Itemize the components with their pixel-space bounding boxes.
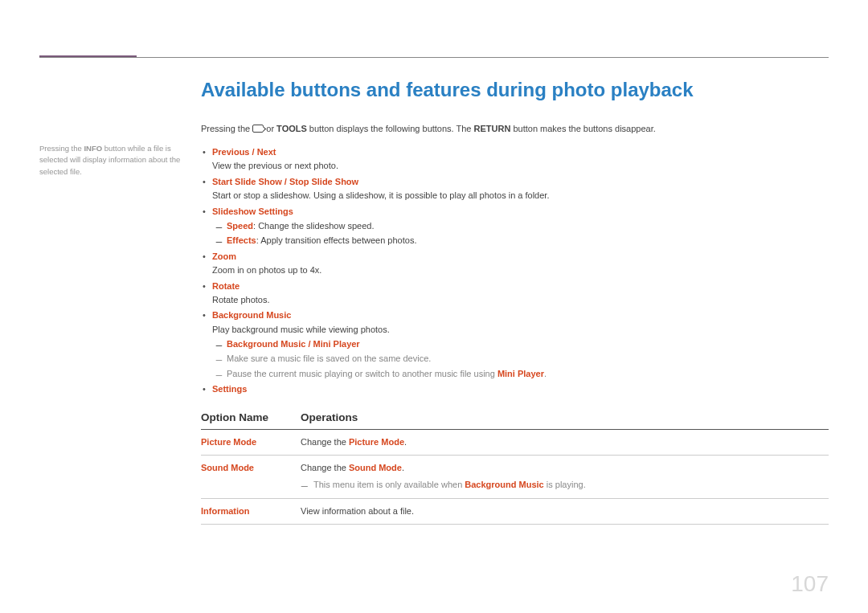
- sub-gray-term: Mini Player: [497, 369, 544, 378]
- table-header: Option Name Operations: [201, 411, 829, 430]
- row-name: Picture Mode: [201, 436, 301, 448]
- enter-icon: [252, 125, 264, 133]
- sub-gray-post: .: [544, 369, 547, 378]
- row-name: Information: [201, 505, 301, 517]
- row-op: View information about a file.: [301, 505, 829, 517]
- feature-term: Previous / Next: [212, 147, 276, 157]
- feature-item: Rotate Rotate photos.: [212, 280, 829, 307]
- side-note: Pressing the INFO button while a file is…: [39, 143, 183, 178]
- feature-desc: Start or stop a slideshow. Using a slide…: [212, 190, 829, 202]
- note-pre: This menu item is only available when: [313, 480, 465, 489]
- page-content: Pressing the INFO button while a file is…: [39, 76, 829, 589]
- th-operations: Operations: [301, 411, 829, 426]
- th-option-name: Option Name: [201, 411, 301, 426]
- op-pre: Change the: [301, 437, 349, 447]
- op-term: Picture Mode: [349, 437, 404, 447]
- row-name: Sound Mode: [201, 462, 301, 492]
- op-pre: Change the: [301, 463, 349, 472]
- sub-item: Speed: Change the slideshow speed.: [227, 220, 829, 232]
- feature-desc: Zoom in on photos up to 4x.: [212, 264, 829, 276]
- feature-item: Zoom Zoom in on photos up to 4x.: [212, 251, 829, 277]
- sub-item-note: Make sure a music file is saved on the s…: [227, 353, 829, 365]
- op-term: Sound Mode: [349, 463, 402, 472]
- op-post: .: [404, 437, 407, 447]
- feature-item: Settings: [212, 383, 829, 395]
- sub-item-note: Pause the current music playing or switc…: [227, 368, 829, 380]
- options-table: Option Name Operations Picture Mode Chan…: [201, 411, 829, 525]
- sub-rest: : Apply transition effects between photo…: [256, 235, 417, 245]
- feature-item: Previous / Next View the previous or nex…: [212, 146, 829, 173]
- page-title: Available buttons and features during ph…: [201, 76, 829, 104]
- intro-t4: button makes the buttons disappear.: [510, 124, 655, 133]
- feature-desc: Rotate photos.: [212, 294, 829, 306]
- sub-gray-pre: Pause the current music playing or switc…: [227, 369, 497, 378]
- intro-t3: button displays the following buttons. T…: [307, 124, 474, 133]
- feature-list: Previous / Next View the previous or nex…: [201, 146, 829, 396]
- op-post: .: [402, 463, 404, 472]
- sub-gray: Make sure a music file is saved on the s…: [227, 353, 431, 363]
- sidenote-pre: Pressing the: [39, 144, 84, 153]
- sub-term: Background Music / Mini Player: [227, 339, 360, 349]
- feature-term: Background Music: [212, 310, 291, 320]
- note-term: Background Music: [465, 480, 543, 489]
- feature-term: Rotate: [212, 281, 240, 291]
- sub-rest: : Change the slideshow speed.: [253, 221, 374, 231]
- sub-bold: Speed: [227, 221, 253, 231]
- feature-term: Zoom: [212, 251, 236, 261]
- side-column: Pressing the INFO button while a file is…: [39, 76, 201, 589]
- intro-t1: Pressing the: [201, 124, 252, 133]
- sidenote-bold: INFO: [84, 144, 102, 153]
- intro-b1: TOOLS: [276, 124, 307, 133]
- sub-item: Background Music / Mini Player: [227, 338, 829, 350]
- row-op: Change the Picture Mode.: [301, 436, 829, 448]
- page-top-rule: [39, 57, 829, 58]
- table-row: Information View information about a fil…: [201, 499, 829, 525]
- feature-item: Background Music Play background music w…: [212, 309, 829, 380]
- feature-desc: View the previous or next photo.: [212, 160, 829, 172]
- note-post: is playing.: [544, 480, 586, 489]
- table-row: Picture Mode Change the Picture Mode.: [201, 430, 829, 456]
- row-note: This menu item is only available when Ba…: [301, 479, 829, 491]
- intro-paragraph: Pressing the or TOOLS button displays th…: [201, 123, 829, 135]
- sub-item: Effects: Apply transition effects betwee…: [227, 235, 829, 247]
- table-row: Sound Mode Change the Sound Mode. This m…: [201, 456, 829, 499]
- feature-term: Slideshow Settings: [212, 206, 293, 216]
- feature-sublist: Background Music / Mini Player Make sure…: [212, 338, 829, 380]
- feature-item: Slideshow Settings Speed: Change the sli…: [212, 206, 829, 247]
- sub-bold: Effects: [227, 235, 256, 245]
- intro-b2: RETURN: [474, 124, 511, 133]
- feature-term: Start Slide Show / Stop Slide Show: [212, 177, 358, 186]
- row-op: Change the Sound Mode. This menu item is…: [301, 462, 829, 492]
- feature-sublist: Speed: Change the slideshow speed. Effec…: [212, 220, 829, 247]
- feature-item: Start Slide Show / Stop Slide Show Start…: [212, 176, 829, 202]
- page-number: 107: [791, 571, 829, 597]
- main-column: Available buttons and features during ph…: [201, 76, 829, 589]
- feature-term: Settings: [212, 384, 247, 394]
- feature-desc: Play background music while viewing phot…: [212, 324, 829, 336]
